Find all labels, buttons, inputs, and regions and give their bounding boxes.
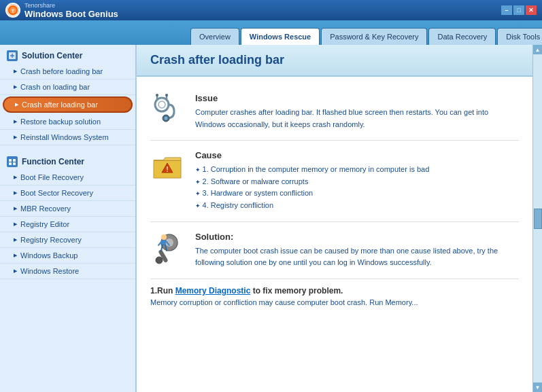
app-logo: T: [5, 3, 20, 18]
solution-text: Solution: The computer boot crash issue …: [195, 232, 519, 269]
scroll-up[interactable]: ▲: [533, 45, 543, 54]
sidebar-item-boot-file[interactable]: Boot File Recovery: [0, 170, 135, 185]
sidebar-item-boot-sector[interactable]: Boot Sector Recovery: [0, 185, 135, 201]
solution-center-label: Solution Center: [22, 51, 82, 60]
content-area: Crash after loading bar: [136, 45, 532, 392]
sidebar-item-registry-recovery[interactable]: Registry Recovery: [0, 232, 135, 248]
svg-rect-25: [162, 240, 166, 245]
cause-item-4: 4. Registry confliction: [195, 200, 429, 212]
scroll-thumb[interactable]: [534, 209, 542, 229]
content-header: Crash after loading bar: [137, 45, 532, 77]
brand-name: Tenorshare: [24, 2, 118, 9]
sidebar-item-windows-restore[interactable]: Windows Restore: [0, 264, 135, 279]
sidebar-item-restore-backup[interactable]: Restore backup solution: [0, 114, 135, 130]
app-name: Windows Boot Genius: [24, 9, 118, 19]
main-layout: Solution Center Crash before loading bar…: [0, 45, 542, 392]
svg-rect-9: [13, 162, 16, 165]
memory-diagnostic-link[interactable]: Memory Diagnostic: [175, 286, 251, 296]
svg-point-24: [161, 234, 167, 240]
sidebar: Solution Center Crash before loading bar…: [0, 45, 136, 392]
svg-rect-8: [9, 162, 12, 165]
close-button[interactable]: ✕: [526, 5, 537, 15]
tab-overview[interactable]: Overview: [190, 28, 239, 45]
svg-line-28: [161, 245, 163, 251]
issue-heading: Issue: [195, 93, 519, 103]
tab-data-recovery[interactable]: Data Recovery: [428, 28, 496, 45]
scroll-down[interactable]: ▼: [533, 382, 543, 392]
app-title: Tenorshare Windows Boot Genius: [24, 2, 118, 19]
solution-icon: [150, 232, 184, 266]
svg-point-13: [165, 117, 168, 120]
step1-detail: Memory corruption or confliction may cau…: [150, 298, 519, 306]
tab-disk-tools[interactable]: Disk Tools: [497, 28, 542, 45]
step1-suffix: to fix memory problem.: [250, 286, 343, 296]
svg-point-23: [156, 257, 163, 264]
svg-point-17: [165, 94, 168, 96]
sidebar-item-crash-on[interactable]: Crash on loading bar: [0, 79, 135, 95]
content-body: Issue Computer crashes after loading bar…: [137, 77, 532, 320]
cause-item-3: 3. Hardware or system confliction: [195, 188, 429, 200]
cause-text: Cause 1. Corruption in the computer memo…: [195, 150, 429, 211]
tab-password-recovery[interactable]: Password & Key Recovery: [321, 28, 427, 45]
step1-label: 1.Run Memory Diagnostic to fix memory pr…: [150, 286, 519, 296]
svg-point-11: [158, 101, 165, 108]
cause-block: ! Cause 1. Corruption in the computer me…: [150, 141, 519, 221]
solution-block: Solution: The computer boot crash issue …: [150, 222, 519, 279]
solution-center-header: Solution Center: [0, 45, 135, 64]
svg-point-16: [156, 94, 158, 96]
cause-item-1: 1. Corruption in the computer memory or …: [195, 164, 429, 176]
cause-heading: Cause: [195, 150, 429, 160]
sidebar-item-crash-before[interactable]: Crash before loading bar: [0, 64, 135, 79]
step1-prefix: 1.Run: [150, 286, 175, 296]
issue-icon: [150, 93, 184, 127]
titlebar: T Tenorshare Windows Boot Genius – □ ✕: [0, 0, 542, 20]
tab-windows-rescue[interactable]: Windows Rescue: [241, 28, 320, 45]
issue-description: Computer crashes after loading bar. It f…: [195, 107, 519, 130]
issue-block: Issue Computer crashes after loading bar…: [150, 84, 519, 141]
solution-center-icon: [7, 50, 18, 61]
cause-list: 1. Corruption in the computer memory or …: [195, 164, 429, 211]
scrollbar[interactable]: ▲ ▼: [532, 45, 542, 392]
function-center-icon: [7, 156, 18, 167]
solution-heading: Solution:: [195, 232, 519, 242]
cause-icon: !: [150, 150, 184, 184]
svg-text:!: !: [166, 166, 168, 173]
nav-tabs: Overview Windows Rescue Password & Key R…: [0, 20, 542, 45]
svg-rect-7: [13, 159, 16, 162]
sidebar-item-crash-after[interactable]: Crash after loading bar: [3, 96, 133, 113]
titlebar-left: T Tenorshare Windows Boot Genius: [5, 2, 118, 19]
window-controls: – □ ✕: [501, 5, 537, 15]
sidebar-item-registry-editor[interactable]: Registry Editor: [0, 217, 135, 232]
cause-item-2: 2. Software or malware corrupts: [195, 176, 429, 188]
sidebar-item-mbr-recovery[interactable]: MBR Recovery: [0, 201, 135, 217]
svg-text:T: T: [12, 9, 15, 14]
issue-text: Issue Computer crashes after loading bar…: [195, 93, 519, 130]
function-center-header: Function Center: [0, 151, 135, 170]
svg-rect-6: [9, 159, 12, 162]
maximize-button[interactable]: □: [513, 5, 524, 15]
function-center-label: Function Center: [22, 157, 84, 166]
page-title: Crash after loading bar: [150, 53, 519, 67]
sidebar-item-windows-backup[interactable]: Windows Backup: [0, 248, 135, 264]
step1-section: 1.Run Memory Diagnostic to fix memory pr…: [150, 279, 519, 313]
solution-description: The computer boot crash issue can be cau…: [195, 245, 519, 269]
sidebar-item-reinstall-windows[interactable]: Reinstall Windows System: [0, 130, 135, 145]
minimize-button[interactable]: –: [501, 5, 512, 15]
